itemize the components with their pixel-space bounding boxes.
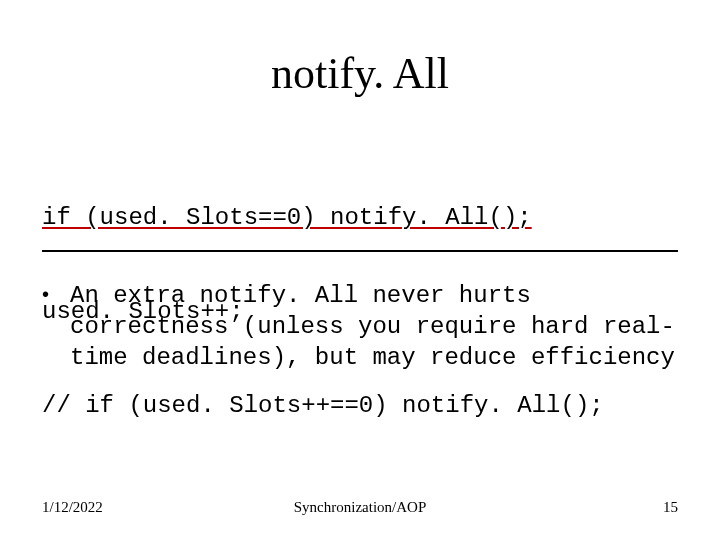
bullet-mark: • bbox=[42, 280, 70, 308]
bullet-item: • An extra notify. All never hurts corre… bbox=[42, 280, 678, 374]
bullet-text: An extra notify. All never hurts correct… bbox=[70, 280, 678, 374]
horizontal-divider bbox=[42, 250, 678, 252]
code-line-1: if (used. Slots==0) notify. All(); bbox=[42, 202, 678, 233]
slide: notify. All if (used. Slots==0) notify. … bbox=[0, 0, 720, 540]
footer-date: 1/12/2022 bbox=[42, 499, 103, 516]
code-line-3: // if (used. Slots++==0) notify. All(); bbox=[42, 390, 678, 421]
slide-footer: 1/12/2022 Synchronization/AOP 15 bbox=[42, 499, 678, 516]
slide-title: notify. All bbox=[0, 48, 720, 99]
footer-page-number: 15 bbox=[663, 499, 678, 516]
footer-title: Synchronization/AOP bbox=[42, 499, 678, 516]
bullet-area: • An extra notify. All never hurts corre… bbox=[42, 280, 678, 374]
